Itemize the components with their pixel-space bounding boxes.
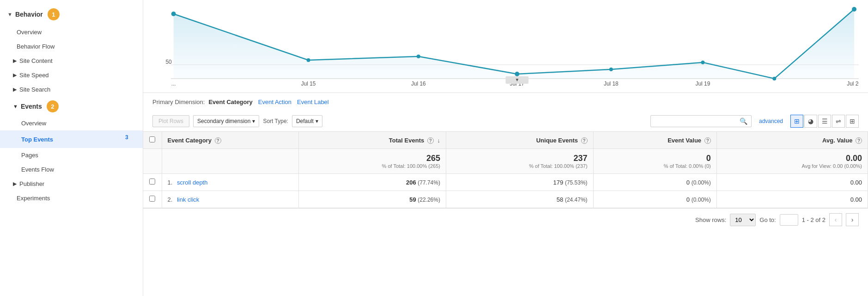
sidebar-item-site-search[interactable]: ▶ Site Search [0,82,143,97]
th-event-value: Event Value ? [593,132,716,149]
next-page-button[interactable]: › [846,213,859,226]
sidebar-item-top-events[interactable]: Top Events 3 [0,130,143,148]
show-rows-label: Show rows: [695,216,726,223]
arrow-right-icon: ▶ [13,181,17,187]
sort-type-label: Sort Type: [263,118,288,124]
svg-point-6 [609,68,613,71]
summary-event-value-num: 0 [599,154,711,163]
summary-checkbox-cell [143,149,162,174]
show-rows-select[interactable]: 10 25 50 100 [730,214,756,226]
row2-unique-events: 58 (24.47%) [446,191,593,208]
th-unique-events: Unique Events ? [446,132,593,149]
sidebar-item-site-content[interactable]: ▶ Site Content [0,54,143,68]
sidebar-behavior-header[interactable]: ▼ Behavior 1 [0,4,143,25]
row2-event-value: 0 (0.00%) [593,191,716,208]
sidebar-behavior-badge: 1 [48,8,60,20]
row2-total-events: 59 (22.26%) [299,191,446,208]
row1-avg-value: 0.00 [716,174,868,191]
table-row: 2. link click 59 (22.26%) 58 (24.47%) 0 [143,191,868,208]
row1-unique-events: 179 (75.53%) [446,174,593,191]
help-icon[interactable]: ? [704,137,711,144]
sort-type-select[interactable]: Default ▾ [292,115,322,127]
chart-area: 50 ... Jul 15 Jul 16 Jul 17 Jul 18 Jul 1… [143,0,868,92]
row1-checkbox-input[interactable] [149,179,155,185]
row1-event-value: 0 (0.00%) [593,174,716,191]
page-range: 1 - 2 of 2 [802,216,826,223]
search-icon[interactable]: 🔍 [740,117,747,125]
primary-dimension-active: Event Category [208,99,252,105]
primary-dim-event-label[interactable]: Event Label [297,99,329,105]
top-events-badge: 3 [125,134,135,144]
secondary-dimension-select[interactable]: Secondary dimension ▾ [193,115,259,127]
row2-checkbox-input[interactable] [149,196,155,202]
svg-text:50: 50 [165,59,172,65]
primary-dimension-row: Primary Dimension: Event Category Event … [143,92,868,111]
th-total-events: Total Events ? ↓ [299,132,446,149]
sidebar-behavior-label: Behavior [15,11,43,18]
goto-input[interactable]: 1 [780,214,798,226]
sidebar-events-label: Events [21,103,42,110]
plot-rows-button[interactable]: Plot Rows [152,115,189,127]
primary-dim-event-action[interactable]: Event Action [258,99,291,105]
view-grid-button[interactable]: ⊞ [790,115,803,128]
help-icon[interactable]: ? [856,137,862,144]
row1-category-link[interactable]: scroll depth [177,179,207,186]
chevron-down-icon: ▾ [252,118,255,124]
row1-total-events: 206 (77.74%) [299,174,446,191]
summary-total-events-num: 265 [304,154,440,163]
row1-category: 1. scroll depth [162,174,299,191]
summary-category-cell [162,149,299,174]
main-content: 50 ... Jul 15 Jul 16 Jul 17 Jul 18 Jul 1… [143,0,868,296]
sidebar-item-publisher[interactable]: ▶ Publisher [0,177,143,191]
table-row: 1. scroll depth 206 (77.74%) 179 (75.53%… [143,174,868,191]
help-icon[interactable]: ? [581,137,588,144]
search-box: 🔍 [650,115,752,127]
svg-text:Jul 16: Jul 16 [411,80,426,87]
th-checkbox [143,132,162,149]
row1-checkbox [143,174,162,191]
svg-point-5 [515,72,519,76]
help-icon[interactable]: ? [215,137,221,144]
advanced-link[interactable]: advanced [759,118,783,124]
summary-avg-value-cell: 0.00 Avg for View: 0.00 (0.00%) [716,149,868,174]
summary-unique-events-pct: % of Total: 100.00% (237) [452,163,588,169]
svg-point-9 [852,7,856,12]
view-list-button[interactable]: ☰ [818,115,831,128]
svg-point-8 [772,77,776,80]
sidebar-events-header[interactable]: ▼ Events 2 [0,97,143,116]
sidebar-item-experiments[interactable]: Experiments [0,191,143,205]
search-input[interactable] [655,118,738,124]
sidebar-item-events-overview[interactable]: Overview [0,116,143,130]
help-icon[interactable]: ? [427,137,434,144]
sidebar-events-badge: 2 [47,100,59,112]
data-table: Event Category ? Total Events ? ↓ Unique… [143,132,868,208]
prev-page-button[interactable]: ‹ [829,213,842,226]
view-comparison-button[interactable]: ⇌ [832,115,845,128]
sort-arrow-icon: ↓ [437,137,440,144]
sidebar: ▼ Behavior 1 Overview Behavior Flow ▶ Si… [0,0,143,296]
chevron-down-icon: ▼ [7,12,12,17]
row1-num: 1. [168,179,173,186]
table-header-row: Event Category ? Total Events ? ↓ Unique… [143,132,868,149]
sidebar-item-site-speed[interactable]: ▶ Site Speed [0,68,143,82]
view-pivot-button[interactable]: ⊞ [846,115,859,128]
sidebar-item-pages[interactable]: Pages [0,148,143,162]
th-avg-value: Avg. Value ? [716,132,868,149]
view-pie-button[interactable]: ◕ [804,115,817,128]
select-all-checkbox[interactable] [149,136,155,142]
svg-point-4 [417,55,420,58]
sidebar-item-behavior-flow[interactable]: Behavior Flow [0,39,143,54]
svg-text:Jul 15: Jul 15 [301,80,316,87]
svg-text:Jul 19: Jul 19 [696,80,710,87]
sidebar-item-events-flow[interactable]: Events Flow [0,162,143,177]
summary-unique-events-cell: 237 % of Total: 100.00% (237) [446,149,593,174]
sidebar-item-overview[interactable]: Overview [0,25,143,39]
svg-text:Jul 18: Jul 18 [604,80,619,87]
arrow-right-icon: ▶ [13,86,17,92]
row2-avg-value: 0.00 [716,191,868,208]
row2-category-link[interactable]: link click [177,196,199,203]
th-event-category: Event Category ? [162,132,299,149]
summary-avg-value-note: Avg for View: 0.00 (0.00%) [722,163,862,169]
table-summary-row: 265 % of Total: 100.00% (265) 237 % of T… [143,149,868,174]
chevron-down-icon: ▼ [13,104,18,109]
